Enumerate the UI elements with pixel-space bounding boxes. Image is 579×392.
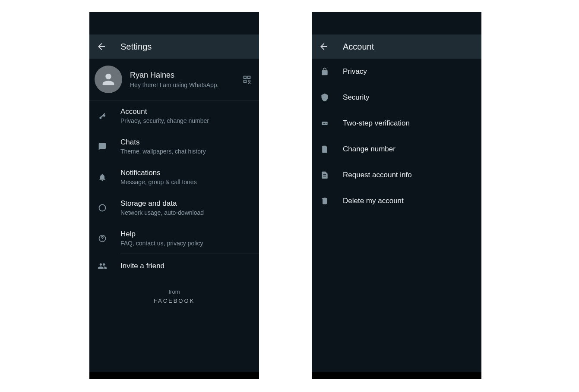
profile-text: Ryan Haines Hey there! I am using WhatsA…	[130, 71, 242, 88]
svg-point-5	[324, 123, 325, 124]
header: Settings	[89, 34, 259, 59]
key-icon	[97, 111, 108, 121]
list-title: Change number	[343, 145, 475, 154]
list-text: Help FAQ, contact us, privacy policy	[120, 230, 252, 247]
list-text: Invite a friend	[120, 262, 252, 270]
list-title: Privacy	[343, 67, 475, 76]
sim-swap-icon	[320, 144, 330, 154]
header-title: Settings	[120, 42, 152, 52]
people-icon	[97, 261, 108, 271]
settings-item-invite[interactable]: Invite a friend	[89, 254, 259, 278]
list-title: Notifications	[120, 169, 252, 177]
status-bar	[312, 12, 481, 34]
settings-item-storage[interactable]: Storage and data Network usage, auto-dow…	[89, 192, 259, 223]
nav-bar	[312, 372, 481, 379]
list-title: Account	[120, 107, 252, 116]
list-text: Notifications Message, group & call tone…	[120, 169, 252, 185]
account-item-request-info[interactable]: Request account info	[312, 162, 481, 188]
shield-icon	[320, 92, 330, 103]
list-title: Invite a friend	[120, 262, 252, 270]
document-icon	[320, 170, 330, 180]
back-arrow-icon[interactable]	[96, 41, 107, 52]
footer-from: from	[89, 289, 259, 295]
bell-icon	[97, 172, 108, 182]
list-sub: Privacy, security, change number	[120, 117, 252, 124]
qr-code-icon[interactable]	[242, 74, 252, 85]
nav-bar	[89, 372, 259, 379]
account-item-security[interactable]: Security	[312, 85, 481, 110]
account-item-change-number[interactable]: Change number	[312, 136, 481, 162]
svg-point-0	[99, 204, 106, 211]
settings-item-chats[interactable]: Chats Theme, wallpapers, chat history	[89, 131, 259, 162]
svg-point-6	[326, 123, 326, 124]
list-title: Two-step verification	[343, 119, 475, 128]
list-sub: Theme, wallpapers, chat history	[120, 148, 252, 155]
list-text: Delete my account	[343, 197, 475, 205]
account-list: Privacy Security Two-step verification	[312, 59, 481, 214]
list-text: Privacy	[343, 67, 475, 76]
list-text: Account Privacy, security, change number	[120, 107, 252, 124]
status-bar	[89, 12, 259, 34]
account-item-delete[interactable]: Delete my account	[312, 188, 481, 214]
list-title: Security	[343, 93, 475, 102]
footer: from FACEBOOK	[89, 289, 259, 304]
settings-screen: Settings Ryan Haines Hey there! I am usi…	[89, 12, 259, 379]
trash-icon	[320, 196, 330, 206]
list-sub: Network usage, auto-download	[120, 209, 252, 216]
list-text: Chats Theme, wallpapers, chat history	[120, 138, 252, 155]
list-text: Two-step verification	[343, 119, 475, 128]
settings-item-account[interactable]: Account Privacy, security, change number	[89, 100, 259, 131]
list-title: Request account info	[343, 171, 475, 179]
back-arrow-icon[interactable]	[319, 41, 329, 52]
profile-name: Ryan Haines	[130, 71, 242, 80]
list-title: Storage and data	[120, 199, 252, 208]
list-text: Change number	[343, 145, 475, 154]
list-sub: FAQ, contact us, privacy policy	[120, 240, 252, 247]
list-title: Delete my account	[343, 197, 475, 205]
header-title: Account	[343, 42, 374, 52]
profile-row[interactable]: Ryan Haines Hey there! I am using WhatsA…	[89, 59, 259, 100]
list-text: Security	[343, 93, 475, 102]
profile-status: Hey there! I am using WhatsApp.	[130, 82, 242, 88]
settings-item-help[interactable]: Help FAQ, contact us, privacy policy	[89, 223, 259, 254]
list-text: Request account info	[343, 171, 475, 179]
avatar	[95, 66, 122, 93]
account-screen: Account Privacy Security Two-step ver	[312, 12, 481, 379]
list-sub: Message, group & call tones	[120, 179, 252, 185]
list-text: Storage and data Network usage, auto-dow…	[120, 199, 252, 216]
lock-icon	[320, 66, 330, 77]
list-title: Chats	[120, 138, 252, 147]
svg-point-4	[323, 123, 324, 124]
pin-icon	[320, 118, 330, 129]
account-item-privacy[interactable]: Privacy	[312, 59, 481, 85]
footer-brand: FACEBOOK	[89, 298, 259, 304]
list-title: Help	[120, 230, 252, 238]
header: Account	[312, 34, 481, 59]
help-icon	[97, 233, 108, 244]
data-usage-icon	[97, 203, 108, 213]
chat-icon	[97, 141, 108, 152]
account-item-two-step[interactable]: Two-step verification	[312, 110, 481, 136]
svg-point-2	[102, 240, 102, 240]
settings-item-notifications[interactable]: Notifications Message, group & call tone…	[89, 162, 259, 192]
